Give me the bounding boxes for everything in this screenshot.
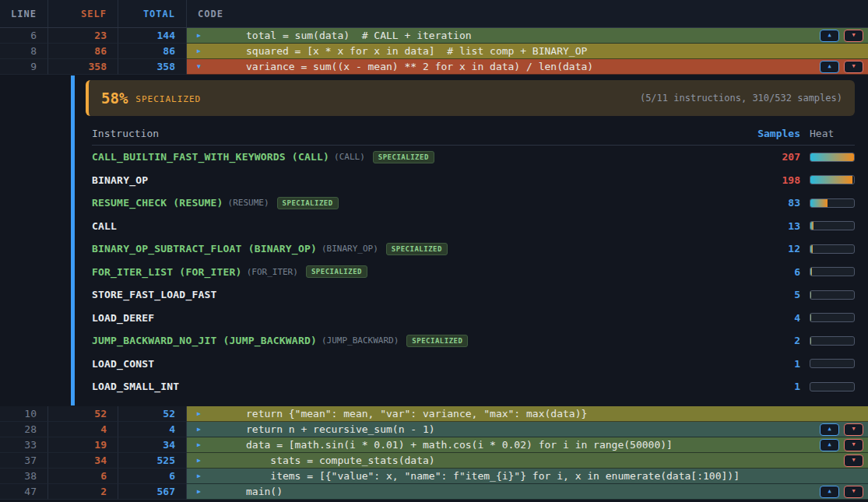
code-rows-bottom: 105252▶return {"mean": mean, "var": vari… [0,406,868,500]
expand-icon[interactable]: ▶ [197,48,201,54]
specialized-label: SPECIALIZED [135,94,201,104]
code-cell[interactable]: ▶data = [math.sin(i * 0.01) + math.cos(i… [187,437,868,453]
source-code: main() [246,486,283,497]
column-header-heat[interactable]: Heat [810,128,855,139]
code-cell[interactable]: ▶total = sum(data) # CALL + iteration▲▼ [187,28,868,44]
expand-icon[interactable]: ▶ [197,458,201,464]
code-line-row: 105252▶return {"mean": mean, "var": vari… [0,406,868,422]
code-line-row: 331934▶data = [math.sin(i * 0.01) + math… [0,437,868,453]
instruction-row: FOR_ITER_LIST (FOR_ITER)(FOR_ITER)SPECIA… [92,261,855,284]
jump-down-button[interactable]: ▼ [844,423,863,436]
jump-up-button[interactable]: ▲ [820,423,839,436]
code-line-row: 88686▶squared = [x * x for x in data] # … [0,44,868,59]
instruction-row: CALL_BUILTIN_FAST_WITH_KEYWORDS (CALL)(C… [92,146,855,169]
heat-bar [810,267,855,276]
column-header-line[interactable]: LINE [0,0,48,27]
instruction-name: LOAD_DEREF [92,312,154,324]
row-nav-buttons: ▲▼ [820,439,863,451]
instruction-name: FOR_ITER_LIST (FOR_ITER) [92,266,242,278]
jump-down-button[interactable]: ▼ [844,455,863,467]
heat-bar [810,221,855,230]
total-samples: 52 [118,406,187,422]
jump-down-button[interactable]: ▼ [844,30,863,42]
instruction-base-opcode: (BINARY_OP) [322,244,378,254]
source-code: total = sum(data) # CALL + iteration [246,30,472,41]
specialized-badge: SPECIALIZED [277,197,339,209]
heat-bar [810,244,855,254]
source-code: return n + recursive_sum(n - 1) [246,423,435,435]
code-cell[interactable]: ▶return {"mean": mean, "var": variance, … [187,406,868,422]
column-header-total[interactable]: TOTAL [118,0,187,27]
total-samples: 358 [118,59,187,75]
line-number: 8 [0,44,48,59]
instruction-name: CALL [92,220,117,232]
jump-up-button[interactable]: ▲ [820,486,839,498]
self-samples: 34 [48,453,118,469]
line-number: 10 [0,406,48,422]
column-header-instruction[interactable]: Instruction [92,128,159,139]
instruction-name: CALL_BUILTIN_FAST_WITH_KEYWORDS (CALL) [92,151,329,163]
instruction-samples: 13 [708,220,800,232]
heat-bar-fill [810,314,811,321]
jump-up-button[interactable]: ▲ [820,439,839,451]
collapse-icon[interactable]: ▼ [197,64,201,70]
specialization-meta: (5/11 instructions, 310/532 samples) [640,93,842,104]
code-line-row: 3734525▶ stats = compute_stats(data)▼ [0,453,868,469]
instruction-row: LOAD_CONST1 [92,353,855,376]
instruction-samples: 207 [708,151,800,163]
column-header-self[interactable]: SELF [48,0,118,27]
code-cell[interactable]: ▶return n + recursive_sum(n - 1)▲▼ [187,422,868,437]
code-line-row: 9358358▼variance = sum((x - mean) ** 2 f… [0,59,868,75]
jump-down-button[interactable]: ▼ [844,61,863,73]
code-line-row: 623144▶total = sum(data) # CALL + iterat… [0,28,868,44]
expand-icon[interactable]: ▶ [197,427,201,433]
instruction-samples: 4 [708,312,800,324]
jump-up-button[interactable]: ▲ [820,30,839,42]
specialized-badge: SPECIALIZED [386,243,448,255]
specialized-percent: 58% [101,90,128,107]
instruction-samples: 1 [708,381,800,392]
expand-icon[interactable]: ▶ [197,442,201,448]
expand-icon[interactable]: ▶ [197,33,201,39]
line-number: 33 [0,437,48,453]
total-samples: 6 [118,469,187,484]
specialization-summary: 58% SPECIALIZED (5/11 instructions, 310/… [86,80,855,116]
instruction-base-opcode: (JUMP_BACKWARD) [322,335,399,346]
profiler-table: LINE SELF TOTAL CODE 623144▶total = sum(… [0,0,868,75]
instruction-samples: 198 [708,174,800,186]
expand-icon[interactable]: ▶ [197,473,201,479]
instruction-row: STORE_FAST_LOAD_FAST5 [92,283,855,307]
instruction-samples: 83 [708,197,800,209]
instruction-samples: 2 [708,335,800,346]
self-samples: 358 [48,59,118,75]
instruction-base-opcode: (FOR_ITER) [247,267,298,277]
code-cell[interactable]: ▶squared = [x * x for x in data] # list … [187,44,868,59]
source-code: variance = sum((x - mean) ** 2 for x in … [246,61,593,72]
specialized-badge: SPECIALIZED [373,151,434,163]
jump-up-button[interactable]: ▲ [820,61,839,73]
total-samples: 144 [118,28,187,44]
row-nav-buttons: ▲▼ [820,30,863,42]
instruction-row: LOAD_SMALL_INT1 [92,375,855,398]
jump-down-button[interactable]: ▼ [844,439,863,451]
expand-icon[interactable]: ▶ [197,489,201,495]
row-nav-buttons: ▼ [844,455,863,467]
total-samples: 86 [118,44,187,59]
line-number: 37 [0,453,48,469]
jump-down-button[interactable]: ▼ [844,486,863,498]
code-cell[interactable]: ▼variance = sum((x - mean) ** 2 for x in… [187,59,868,75]
column-header-samples[interactable]: Samples [708,128,800,139]
heat-bar [810,359,855,368]
heat-bar [810,175,855,184]
line-number: 28 [0,422,48,437]
code-cell[interactable]: ▶main()▲▼ [187,484,868,500]
code-cell[interactable]: ▶ items = [{"value": x, "name": f"item_{… [187,469,868,484]
heat-bar-fill [810,291,811,299]
source-code: squared = [x * x for x in data] # list c… [246,45,587,57]
expand-icon[interactable]: ▶ [197,411,201,417]
column-header-code[interactable]: CODE [187,0,868,27]
instruction-row: LOAD_DEREF4 [92,307,855,330]
code-line-row: 3866▶ items = [{"value": x, "name": f"it… [0,469,868,484]
code-cell[interactable]: ▶ stats = compute_stats(data)▼ [187,453,868,469]
instruction-base-opcode: (RESUME) [228,198,269,208]
